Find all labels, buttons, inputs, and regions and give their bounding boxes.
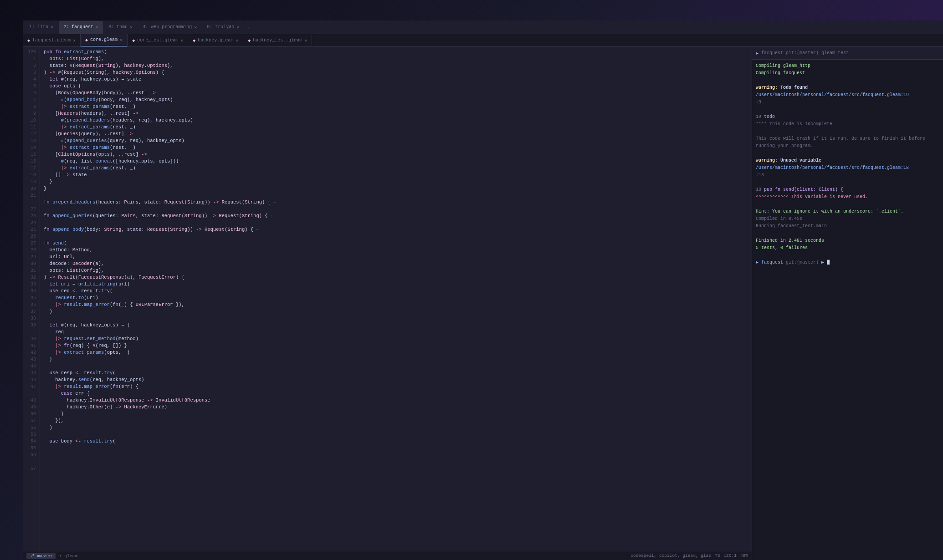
- tab-2[interactable]: 2: facquest ✕: [59, 21, 103, 34]
- scroll-percent: 49%: [740, 553, 748, 558]
- tab-3[interactable]: 3: tpmu ✕: [104, 21, 137, 34]
- tab-5[interactable]: 5: trulyao ✕: [202, 21, 244, 34]
- tab-2-label: 2: facquest: [63, 25, 93, 30]
- close-facquest-gleam[interactable]: ✕: [73, 38, 76, 43]
- tab-4-close[interactable]: ✕: [194, 25, 197, 30]
- output-code-line-18: 18 pub fn send(client: Client) {: [756, 186, 939, 193]
- output-blank-2: [756, 106, 939, 113]
- terminal-output[interactable]: Compiling gleam_http Compiling facquest …: [752, 60, 943, 560]
- code-editor[interactable]: 120 1 2 3 4 5 6 7 8 9 10 11 12 13 14 15: [23, 47, 752, 560]
- output-code-line-19: 19 todo: [756, 113, 939, 121]
- output-warning-2: warning: Unused variable: [756, 157, 939, 164]
- output-blank-3: [756, 128, 939, 135]
- status-bar: ⎇ master ⚡ gleam codespell, copilot, gle…: [23, 551, 752, 560]
- tab-4[interactable]: 4: web-programming ✕: [138, 21, 201, 34]
- output-crash-msg-1: This code will crash if it is run. Be su…: [756, 135, 939, 143]
- close-core-test-gleam[interactable]: ✕: [180, 38, 183, 43]
- file-tab-facquest-gleam[interactable]: ◆ facquest.gleam ✕: [23, 34, 81, 47]
- output-finished: Finished in 2.481 seconds: [756, 237, 939, 244]
- tab-1-close[interactable]: ✕: [51, 25, 53, 30]
- output-warning-1: warning: Todo found: [756, 84, 939, 92]
- tab-5-label: 5: trulyao: [207, 25, 234, 30]
- output-path-2: /Users/macintosh/personal/facquest/src/f…: [756, 164, 939, 172]
- terminal-prompt-row: ▶ facquest git:(master) ▶ █: [756, 259, 939, 266]
- output-blank-5: [756, 179, 939, 186]
- terminal-header: ▶ facquest git:(master) gleam test: [752, 47, 943, 60]
- output-line-2: Compiling facquest: [756, 70, 939, 77]
- new-tab-button[interactable]: +: [245, 24, 253, 31]
- tab-4-label: 4: web-programming: [143, 25, 192, 30]
- file-tab-hackney-test-gleam[interactable]: ◆ hackney_test.gleam ✕: [243, 34, 312, 47]
- output-path-1: /Users/macintosh/personal/facquest/src/f…: [756, 92, 939, 99]
- gleam-icon-3: ◆: [193, 38, 195, 43]
- output-unused-indicator: ^^^^^^^^^^^^ This variable is never used…: [756, 193, 939, 201]
- output-blank-8: [756, 252, 939, 259]
- output-crash-msg-2: running your program.: [756, 143, 939, 150]
- tab-2-close[interactable]: ✕: [96, 25, 98, 30]
- status-right: codespell, copilot, gleam, glas TS 120:1…: [630, 553, 748, 558]
- output-hint: Hint: You can ignore it with an undersco…: [756, 208, 939, 215]
- code-area: 120 1 2 3 4 5 6 7 8 9 10 11 12 13 14 15: [23, 47, 752, 551]
- tab-3-close[interactable]: ✕: [130, 25, 133, 30]
- terminal-command: gleam test: [821, 51, 849, 56]
- line-numbers: 120 1 2 3 4 5 6 7 8 9 10 11 12 13 14 15: [23, 47, 40, 551]
- tab-5-close[interactable]: ✕: [236, 25, 239, 30]
- file-tab-core-gleam[interactable]: ◆ core.gleam ✕: [81, 34, 128, 47]
- output-compiled: Compiled in 0.45s: [756, 215, 939, 223]
- output-line-1: Compiling gleam_http: [756, 62, 939, 70]
- tab-3-label: 3: tpmu: [108, 25, 128, 30]
- terminal-title: facquest: [761, 51, 783, 56]
- output-line-num-2: :13: [756, 172, 939, 179]
- terminal-prompt-icon: ▶: [756, 51, 758, 56]
- gleam-icon-2: ◆: [132, 38, 135, 43]
- file-tab-bar: ◆ facquest.gleam ✕ ◆ core.gleam ✕ ◆ core…: [23, 34, 943, 47]
- file-tab-hackney-gleam[interactable]: ◆ hackney.gleam ✕: [188, 34, 243, 47]
- ts-indicator: TS: [715, 553, 720, 558]
- code-content[interactable]: pub fn extract_params( opts: List(Config…: [40, 47, 752, 551]
- output-blank-6: [756, 201, 939, 208]
- git-branch: ⎇ master: [26, 553, 56, 559]
- cursor-position: 120:1: [723, 553, 737, 558]
- tab-1[interactable]: 1: lito ✕: [25, 21, 58, 34]
- status-left: ⎇ master ⚡ gleam: [26, 553, 77, 559]
- output-blank-4: [756, 150, 939, 157]
- close-core-gleam[interactable]: ✕: [120, 37, 123, 43]
- output-blank-7: [756, 230, 939, 237]
- output-line-num-1: :3: [756, 99, 939, 106]
- gleam-icon: ◆: [27, 38, 30, 43]
- file-tab-core-test-gleam[interactable]: ◆ core_test.gleam ✕: [128, 34, 188, 47]
- close-hackney-test-gleam[interactable]: ✕: [304, 38, 307, 43]
- output-tests: 5 tests, 0 failures: [756, 244, 939, 252]
- terminal-git: git:(master): [786, 51, 819, 56]
- gleam-icon-active: ◆: [85, 37, 88, 43]
- output-code-note: **** This code is incomplete: [756, 121, 939, 128]
- pane-tab-bar: 1: lito ✕ 2: facquest ✕ 3: tpmu ✕ 4: web…: [23, 20, 943, 34]
- lsp-status: ⚡ gleam: [59, 553, 77, 559]
- tab-1-label: 1: lito: [29, 25, 48, 30]
- lsp-plugins: codespell, copilot, gleam, glas: [630, 553, 711, 558]
- close-hackney-gleam[interactable]: ✕: [236, 38, 238, 43]
- gleam-icon-4: ◆: [248, 38, 251, 43]
- output-blank-1: [756, 77, 939, 84]
- main-content: 120 1 2 3 4 5 6 7 8 9 10 11 12 13 14 15: [23, 47, 943, 560]
- terminal-panel: ▶ facquest git:(master) gleam test Compi…: [752, 47, 943, 560]
- output-running: Running facquest_test.main: [756, 223, 939, 230]
